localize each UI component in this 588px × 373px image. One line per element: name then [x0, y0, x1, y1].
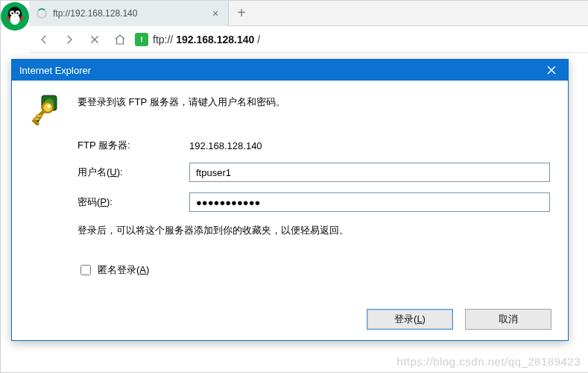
dialog-body: 要登录到该 FTP 服务器，请键入用户名和密码。 FTP 服务器: 192.16…	[12, 81, 568, 340]
nav-bar: ftp://192.168.128.140/	[29, 26, 588, 53]
new-tab-button[interactable]: +	[229, 1, 254, 25]
penguin-icon	[4, 5, 26, 28]
password-label: 密码(P):	[78, 195, 182, 209]
anon-login-checkbox[interactable]	[80, 265, 91, 275]
tab-title: ftp://192.168.128.140	[53, 8, 204, 19]
dialog-prompt: 要登录到该 FTP 服务器，请键入用户名和密码。	[78, 94, 285, 125]
browser-window: ftp://192.168.128.140 × + ftp://192.168.…	[0, 0, 588, 373]
tab-strip: ftp://192.168.128.140 × +	[29, 1, 588, 26]
svg-rect-15	[37, 115, 42, 117]
anon-login-label[interactable]: 匿名登录(A)	[98, 263, 149, 277]
back-button[interactable]	[34, 29, 54, 50]
watermark: https://blog.csdn.net/qq_28189423	[396, 355, 581, 368]
address-suffix: /	[257, 34, 260, 46]
dialog-buttons: 登录(L) 取消	[367, 309, 551, 330]
profile-avatar[interactable]	[1, 2, 29, 31]
chevron-right-icon	[63, 33, 76, 46]
username-input[interactable]	[189, 163, 550, 182]
server-value: 192.168.128.140	[189, 140, 550, 151]
login-form: FTP 服务器: 192.168.128.140 用户名(U): 密码(P):	[78, 139, 550, 212]
stop-button[interactable]	[84, 29, 105, 50]
anon-login-row: 匿名登录(A)	[78, 263, 550, 278]
forward-button[interactable]	[59, 29, 80, 50]
login-button[interactable]: 登录(L)	[367, 309, 453, 330]
security-shield-icon	[135, 33, 148, 46]
key-icon	[30, 94, 61, 125]
svg-rect-14	[34, 118, 39, 120]
after-login-note: 登录后，可以将这个服务器添加到你的收藏夹，以便轻易返回。	[78, 224, 550, 237]
username-label: 用户名(U):	[78, 166, 182, 179]
dialog-close-button[interactable]	[535, 60, 568, 81]
chevron-left-icon	[37, 33, 51, 46]
dialog-title: Internet Explorer	[19, 65, 535, 76]
dialog-titlebar[interactable]: Internet Explorer	[12, 60, 568, 81]
address-scheme: ftp://	[153, 34, 173, 46]
home-button[interactable]	[110, 29, 130, 50]
home-icon	[113, 33, 127, 46]
svg-point-13	[47, 104, 51, 108]
close-icon	[547, 66, 556, 75]
tab-ftp[interactable]: ftp://192.168.128.140 ×	[29, 1, 229, 26]
address-host: 192.168.128.140	[176, 34, 254, 46]
address-bar[interactable]: ftp://192.168.128.140/	[153, 34, 584, 46]
password-input[interactable]	[189, 192, 550, 212]
ftp-login-dialog: Internet Explorer 要登录	[11, 59, 569, 341]
cancel-button[interactable]: 取消	[465, 309, 551, 330]
tab-close-button[interactable]: ×	[210, 8, 221, 19]
server-label: FTP 服务器:	[78, 139, 182, 152]
loading-spinner-icon	[37, 8, 47, 19]
svg-point-1	[10, 13, 19, 25]
svg-point-5	[16, 12, 19, 14]
close-icon	[88, 33, 101, 46]
svg-point-4	[11, 12, 13, 14]
